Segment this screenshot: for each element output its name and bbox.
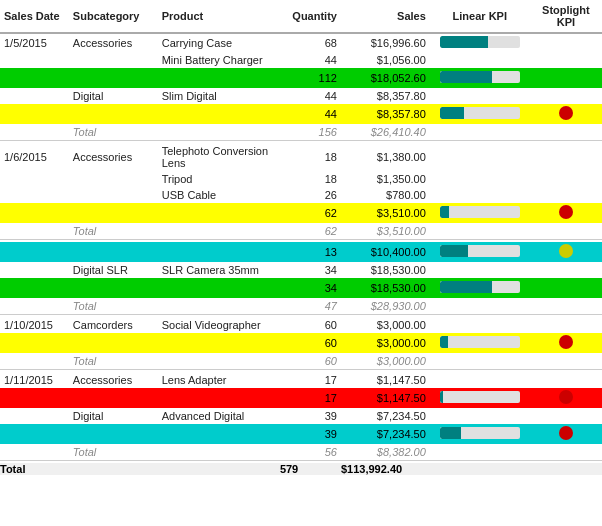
col-product: Product [158, 0, 280, 33]
cell-product: Lens Adapter [158, 372, 280, 388]
cell-linear-kpi [430, 223, 530, 240]
cell-sales: $10,400.00 [341, 242, 430, 262]
cell-subcat [69, 278, 158, 298]
cell-linear-kpi [430, 203, 530, 223]
cell-stoplight-kpi [530, 444, 602, 461]
cell-date [0, 298, 69, 315]
cell-sales: $18,530.00 [341, 278, 430, 298]
cell-product [158, 104, 280, 124]
cell-sales: $7,234.50 [341, 408, 430, 424]
table-row: 44$8,357.80 [0, 104, 602, 124]
cell-date [0, 223, 69, 240]
cell-qty: 44 [280, 52, 341, 68]
cell-sales: $3,000.00 [341, 333, 430, 353]
report-table: Sales Date Subcategory Product Quantity … [0, 0, 602, 475]
stoplight-dot-red [559, 205, 573, 219]
cell-product: Slim Digital [158, 88, 280, 104]
cell-stoplight-kpi [530, 52, 602, 68]
cell-linear-kpi [430, 124, 530, 141]
cell-subcat: Total [69, 298, 158, 315]
cell-stoplight-kpi [530, 388, 602, 408]
cell-date: 1/11/2015 [0, 372, 69, 388]
linear-kpi-bar [440, 427, 520, 439]
col-date: Sales Date [0, 0, 69, 33]
cell-sales: $18,052.60 [341, 68, 430, 88]
cell-stoplight-kpi [530, 262, 602, 278]
table-row: Mini Battery Charger44$1,056.00 [0, 52, 602, 68]
cell-qty: 39 [280, 408, 341, 424]
cell-linear-kpi [430, 52, 530, 68]
cell-linear-kpi [430, 278, 530, 298]
cell-qty: 18 [280, 143, 341, 171]
cell-linear-kpi [430, 68, 530, 88]
table-row: 112$18,052.60 [0, 68, 602, 88]
stoplight-dot-yellow [559, 244, 573, 258]
cell-product [158, 68, 280, 88]
stoplight-dot-red [559, 335, 573, 349]
col-stoplight-kpi: Stoplight KPI [530, 0, 602, 33]
cell-linear-kpi [430, 372, 530, 388]
cell-stoplight-kpi [530, 317, 602, 333]
cell-subcat [69, 388, 158, 408]
cell-qty: 44 [280, 88, 341, 104]
cell-product [158, 353, 280, 370]
cell-stoplight-kpi [530, 104, 602, 124]
cell-product [158, 424, 280, 444]
cell-sales: $3,000.00 [341, 353, 430, 370]
cell-product [158, 124, 280, 141]
cell-stoplight-kpi [530, 88, 602, 104]
cell-linear-kpi [430, 353, 530, 370]
cell-stoplight-kpi [530, 424, 602, 444]
cell-stoplight-kpi [530, 278, 602, 298]
cell-linear-kpi [430, 388, 530, 408]
cell-date [0, 333, 69, 353]
cell-qty: 34 [280, 278, 341, 298]
linear-kpi-bar [440, 391, 520, 403]
cell-stoplight-kpi [530, 353, 602, 370]
cell-product [158, 333, 280, 353]
cell-qty: 44 [280, 104, 341, 124]
cell-linear-kpi [430, 262, 530, 278]
cell-linear-kpi [430, 171, 530, 187]
cell-subcat: Accessories [69, 143, 158, 171]
cell-product: Tripod [158, 171, 280, 187]
cell-product [158, 223, 280, 240]
cell-date [0, 278, 69, 298]
cell-date [0, 88, 69, 104]
cell-sales: $3,510.00 [341, 223, 430, 240]
cell-date [0, 262, 69, 278]
stoplight-dot-green [559, 280, 573, 294]
cell-date [0, 187, 69, 203]
col-sales: Sales [341, 0, 430, 33]
cell-sales: $7,234.50 [341, 424, 430, 444]
cell-sales: $780.00 [341, 187, 430, 203]
cell-date [0, 171, 69, 187]
cell-sales: $28,930.00 [341, 298, 430, 315]
cell-qty: 13 [280, 242, 341, 262]
cell-qty: 68 [280, 33, 341, 52]
cell-qty: 62 [280, 203, 341, 223]
cell-product: Telephoto Conversion Lens [158, 143, 280, 171]
table-row: Total56$8,382.00 [0, 444, 602, 461]
cell-stoplight-kpi [530, 203, 602, 223]
linear-kpi-bar [440, 245, 520, 257]
linear-kpi-bar [440, 206, 520, 218]
cell-qty: 26 [280, 187, 341, 203]
cell-date [0, 242, 69, 262]
linear-kpi-bar [440, 71, 520, 83]
cell-subcat: Digital SLR [69, 262, 158, 278]
cell-date: 1/5/2015 [0, 33, 69, 52]
table-row: Digital SLRSLR Camera 35mm34$18,530.00 [0, 262, 602, 278]
cell-linear-kpi [430, 408, 530, 424]
cell-linear-kpi [430, 187, 530, 203]
cell-qty: 112 [280, 68, 341, 88]
table-row: 1/11/2015AccessoriesLens Adapter17$1,147… [0, 372, 602, 388]
cell-product: USB Cable [158, 187, 280, 203]
cell-stoplight-kpi [530, 242, 602, 262]
cell-subcat [69, 333, 158, 353]
table-row: Total62$3,510.00 [0, 223, 602, 240]
grand-total-row: Total 579 $113,992.40 [0, 463, 602, 475]
cell-qty: 17 [280, 388, 341, 408]
cell-subcat: Accessories [69, 372, 158, 388]
cell-product: Mini Battery Charger [158, 52, 280, 68]
